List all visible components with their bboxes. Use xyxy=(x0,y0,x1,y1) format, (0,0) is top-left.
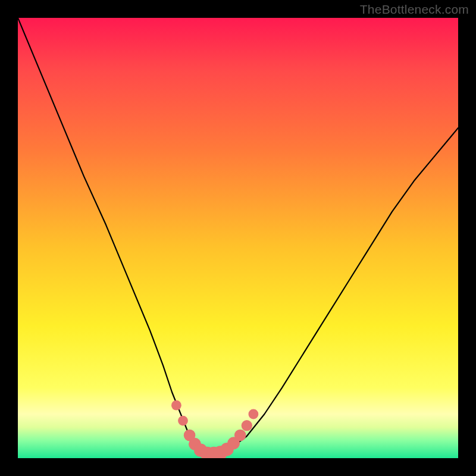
curve-markers xyxy=(171,400,258,458)
plot-area xyxy=(18,18,458,458)
bottleneck-curve xyxy=(18,18,458,454)
curve-marker xyxy=(234,430,246,441)
watermark-text: TheBottleneck.com xyxy=(360,2,469,17)
curve-marker xyxy=(249,409,259,419)
curve-marker xyxy=(171,400,181,411)
curve-marker xyxy=(178,416,188,426)
chart-svg xyxy=(18,18,458,458)
curve-marker xyxy=(242,420,252,431)
chart-frame: TheBottleneck.com xyxy=(0,0,476,476)
